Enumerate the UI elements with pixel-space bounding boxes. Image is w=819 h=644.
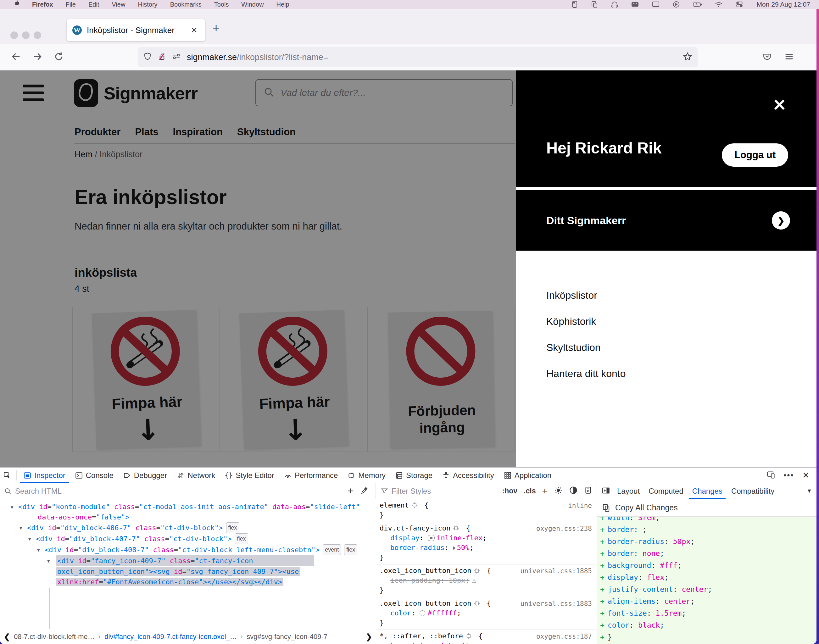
reload-button[interactable] bbox=[54, 51, 64, 63]
stylesheet-link[interactable]: universal.css:1883 bbox=[520, 599, 592, 609]
account-menu-item[interactable]: Skyltstudion bbox=[546, 342, 816, 359]
menubar-item-tools[interactable]: Tools bbox=[214, 1, 229, 8]
devtools-tab-storage[interactable]: Storage bbox=[390, 468, 437, 483]
play-status-icon[interactable] bbox=[672, 1, 680, 8]
pane-toggle-icon[interactable] bbox=[601, 486, 610, 496]
browser-tab[interactable]: W Inköpslistor - Signmaker ✕ bbox=[67, 19, 205, 41]
apple-menu-icon[interactable] bbox=[14, 0, 20, 9]
css-rule[interactable]: *, ::after, ::before {oxygen.css:187box-… bbox=[376, 630, 597, 644]
pseudo-class-toggle[interactable]: :hov bbox=[502, 487, 518, 495]
light-theme-icon[interactable] bbox=[554, 486, 563, 497]
shield-icon[interactable] bbox=[143, 52, 152, 63]
markup-breadcrumb-item[interactable]: 08-7.ct-div-block.left-me… bbox=[14, 633, 95, 641]
markup-breadcrumb-item[interactable]: div#fancy_icon-409-7.ct-fancy-icon.oxel_… bbox=[104, 633, 237, 641]
devtools-tab-performance[interactable]: Performance bbox=[279, 468, 342, 483]
css-declaration[interactable]: border-radius: 50%; bbox=[376, 543, 597, 552]
pocket-icon[interactable] bbox=[762, 51, 773, 63]
css-rule[interactable]: element {inline} bbox=[376, 499, 597, 522]
devtools-tab-application[interactable]: Application bbox=[499, 468, 556, 483]
back-button[interactable] bbox=[11, 51, 21, 63]
app-menu-icon[interactable] bbox=[784, 51, 794, 63]
menubar-item-history[interactable]: History bbox=[138, 1, 157, 8]
eyedropper-icon[interactable] bbox=[360, 486, 369, 496]
badge-flex[interactable]: flex bbox=[235, 533, 248, 544]
sidebar-tab-layout[interactable]: Layout bbox=[613, 483, 644, 499]
battery-status-icon[interactable] bbox=[693, 1, 702, 8]
tab-close-icon[interactable]: ✕ bbox=[189, 26, 199, 35]
rules-view[interactable]: element {inline}div.ct-fancy-icon {oxyge… bbox=[376, 499, 597, 644]
stylesheet-link[interactable]: universal.css:1885 bbox=[520, 566, 592, 576]
copy-all-changes-button[interactable]: Copy All Changes bbox=[597, 499, 816, 517]
devtools-tab-network[interactable]: Network bbox=[172, 468, 220, 483]
menubar-item-bookmarks[interactable]: Bookmarks bbox=[170, 1, 202, 8]
devtools-tab-style-editor[interactable]: Style Editor bbox=[220, 468, 279, 483]
markup-line[interactable]: xlink:href="#FontAwesomeicon-close"></us… bbox=[0, 577, 376, 587]
markup-line[interactable]: data-aos-once="false"> bbox=[0, 512, 376, 522]
forward-button[interactable] bbox=[32, 51, 43, 63]
markup-line[interactable]: ▼<div id="konto-module" class="ct-modal … bbox=[0, 501, 376, 512]
devtools-tab-console[interactable]: Console bbox=[70, 468, 118, 483]
account-section-bar[interactable]: Ditt Signmakerr ❯ bbox=[516, 190, 816, 251]
badge-event[interactable]: event bbox=[323, 544, 341, 555]
menubar-item-window[interactable]: Window bbox=[241, 1, 264, 8]
css-rule[interactable]: .oxel_icon_button_icon {universal.css:18… bbox=[376, 597, 597, 630]
css-rule[interactable]: .oxel_icon_button_icon {universal.css:18… bbox=[376, 564, 597, 597]
devtools-tab-debugger[interactable]: Debugger bbox=[118, 468, 172, 483]
contrast-icon[interactable] bbox=[569, 486, 578, 497]
menubar-item-edit[interactable]: Edit bbox=[88, 1, 99, 8]
toggle-status-icon[interactable] bbox=[735, 1, 744, 8]
traffic-light-close[interactable] bbox=[11, 31, 18, 39]
stylesheet-link[interactable]: oxygen.css:187 bbox=[536, 632, 592, 641]
markup-search[interactable]: Search HTML + bbox=[0, 483, 376, 499]
new-tab-button[interactable]: + bbox=[213, 21, 219, 35]
expander-arrow-icon[interactable]: ▼ bbox=[11, 502, 13, 512]
devtools-tab-accessibility[interactable]: Accessibility bbox=[437, 468, 499, 483]
css-declaration[interactable]: icon-padding: 10px;⚠ bbox=[376, 575, 597, 585]
traffic-light-minimize[interactable] bbox=[22, 31, 29, 39]
url-bar[interactable]: signmaker.se/inkopslistor/?list-name= bbox=[138, 47, 698, 67]
devtools-tab-inspector[interactable]: Inspector bbox=[18, 468, 70, 483]
sidebar-tab-changes[interactable]: Changes bbox=[688, 483, 727, 499]
insecure-lock-icon[interactable] bbox=[157, 52, 167, 63]
bookmark-star-icon[interactable] bbox=[682, 52, 693, 63]
markup-line[interactable]: oxel_icon_button_icon"><svg id="svg-fanc… bbox=[0, 566, 376, 577]
expander-arrow-icon[interactable]: ▼ bbox=[37, 545, 40, 555]
expander-arrow-icon[interactable]: ▼ bbox=[28, 534, 31, 544]
markup-line[interactable]: ▼<div id="div_block-407-7" class="ct-div… bbox=[0, 533, 376, 544]
devtools-close-icon[interactable]: ✕ bbox=[802, 470, 810, 480]
menubar-item-view[interactable]: View bbox=[112, 1, 125, 8]
headphones-status-icon[interactable] bbox=[611, 1, 618, 8]
add-node-icon[interactable]: + bbox=[348, 485, 354, 497]
sidebar-tab-computed[interactable]: Computed bbox=[644, 483, 688, 499]
markup-breadcrumb-item[interactable]: svg#svg-fancy_icon-409-7 bbox=[247, 633, 327, 641]
account-menu-item[interactable]: Inköpslistor bbox=[546, 290, 816, 307]
badge-flex[interactable]: flex bbox=[226, 522, 239, 533]
css-declaration[interactable]: display: inline-flex; bbox=[376, 533, 597, 543]
menubar-item-help[interactable]: Help bbox=[276, 1, 289, 8]
markup-line[interactable]: ▼<div id="fancy_icon-409-7" class="ct-fa… bbox=[0, 555, 376, 566]
breadcrumb-scroll-right-icon[interactable]: ❯ bbox=[362, 632, 376, 641]
markup-view[interactable]: ▼<div id="konto-module" class="ct-modal … bbox=[0, 499, 376, 629]
filter-styles-input[interactable]: Filter Styles :hov .cls + bbox=[376, 483, 597, 499]
markup-line[interactable]: ▼<div id="div_block-406-7" class="ct-div… bbox=[0, 522, 376, 533]
permissions-icon[interactable] bbox=[172, 52, 181, 63]
account-menu-item[interactable]: Hantera ditt konto bbox=[546, 368, 816, 385]
account-menu-item[interactable]: Köphistorik bbox=[546, 316, 816, 333]
close-icon[interactable]: ✕ bbox=[773, 97, 786, 113]
sidebar-tabs-dropdown-icon[interactable]: ▼ bbox=[807, 488, 812, 494]
css-rule[interactable]: div.ct-fancy-icon {oxygen.css:238display… bbox=[376, 522, 597, 564]
class-toggle[interactable]: .cls bbox=[524, 487, 535, 495]
chevron-right-icon[interactable]: ❯ bbox=[772, 211, 790, 230]
expander-arrow-icon[interactable]: ▼ bbox=[20, 523, 22, 533]
css-declaration[interactable]: color: #ffffff; bbox=[376, 608, 597, 618]
badge-flex[interactable]: flex bbox=[344, 544, 357, 555]
markup-line[interactable]: ▼<div id="div_block-408-7" class="ct-div… bbox=[0, 544, 376, 555]
print-simulation-icon[interactable] bbox=[584, 486, 592, 497]
traffic-light-zoom[interactable] bbox=[34, 31, 41, 39]
menubar-item-file[interactable]: File bbox=[66, 1, 76, 8]
devtools-meatball-menu-icon[interactable]: ••• bbox=[784, 471, 794, 480]
new-rule-icon[interactable]: + bbox=[542, 486, 548, 497]
keyboard-status-icon[interactable] bbox=[631, 1, 639, 8]
pages-status-icon[interactable] bbox=[590, 1, 598, 8]
changes-diff[interactable]: +width: 3rem;+border: ;+border-radius: 5… bbox=[597, 517, 816, 644]
